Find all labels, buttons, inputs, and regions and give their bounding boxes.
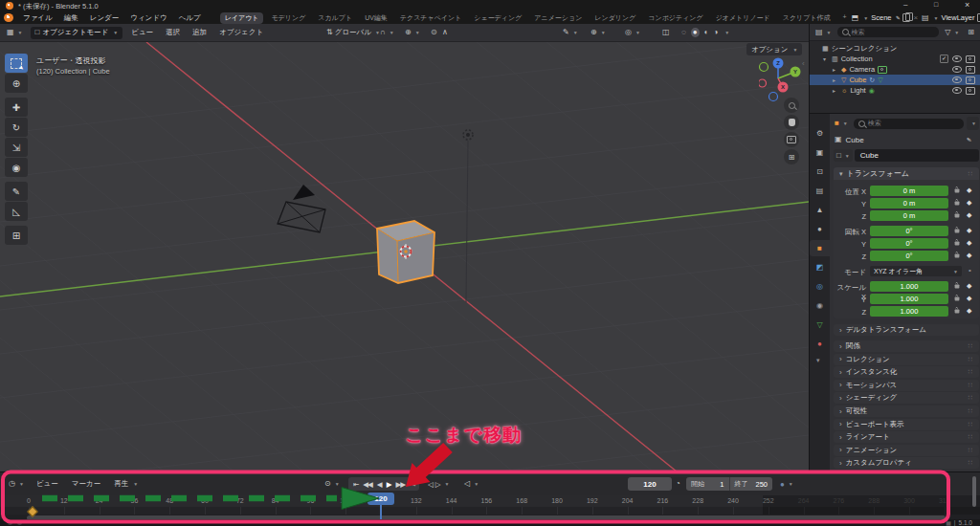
play-reverse-button[interactable]: ◀ [375, 480, 384, 489]
pan-nav-button[interactable] [784, 115, 799, 130]
panel-インスタンス化[interactable]: ›インスタンス化∷ [834, 366, 979, 378]
navigation-gizmo[interactable]: ZYX [759, 55, 807, 105]
transform-panel-header[interactable]: ▾トランスフォーム∷ [834, 167, 979, 180]
pin-icon[interactable]: ✒ [893, 13, 902, 23]
menubar-item-2[interactable]: レンダー [84, 13, 125, 23]
play-button[interactable]: ▶ [385, 480, 393, 489]
tool-cursor[interactable]: ⊕ [5, 74, 28, 93]
camera-view-button[interactable] [784, 132, 799, 147]
animate-dot-icon[interactable]: • [969, 266, 971, 274]
jump-to-start-button[interactable]: ⇤ [351, 480, 360, 489]
perspective-toggle-button[interactable]: ⊞ [784, 149, 799, 164]
lock-icon[interactable] [955, 297, 960, 301]
outliner-row-Cube[interactable]: ▸▽Cube↻▽ [810, 75, 980, 85]
timeline-v-scrollbar[interactable] [972, 476, 976, 507]
playhead-frame-label[interactable]: 120 [368, 493, 394, 505]
keyframe-diamond-icon[interactable]: ◆ [967, 295, 971, 302]
menubar-item-1[interactable]: 編集 [58, 13, 84, 23]
chevron-right-icon[interactable]: ▸ [833, 77, 838, 83]
3d-viewport[interactable] [0, 24, 809, 471]
workspace-tab-スクリプト作成[interactable]: スクリプト作成 [778, 12, 835, 24]
maximize-button[interactable]: □ [934, 1, 938, 8]
close-button[interactable]: × [965, 0, 969, 10]
outliner-row-Camera[interactable]: ▸◆Camera [810, 64, 980, 75]
pin-icon[interactable]: ✒ [964, 134, 974, 144]
transform-value-field[interactable]: 0° [870, 226, 948, 236]
menubar-item-0[interactable]: ファイル [17, 13, 58, 23]
jump-to-end-button[interactable]: ⇥ [408, 480, 416, 489]
hide-viewport-icon[interactable] [952, 66, 962, 73]
properties-tab-constraints[interactable]: ◉ [810, 297, 830, 314]
workspace-tab-テクスチャペイント[interactable]: テクスチャペイント [395, 12, 466, 24]
keyframe-diamond-icon[interactable]: ◆ [967, 239, 971, 247]
disable-render-icon[interactable] [966, 87, 975, 95]
keyframe-diamond-icon[interactable]: ◆ [967, 211, 971, 219]
snap-target-button[interactable]: ⊕▼ [402, 26, 423, 39]
workspace-tab-UV編集[interactable]: UV編集 [360, 12, 392, 24]
menubar-item-4[interactable]: ヘルプ [173, 13, 207, 23]
rotation-mode-dropdown[interactable]: XYZ オイラー角▼ [870, 266, 962, 276]
view-layer-selector[interactable]: ▤▼ViewLayer× [922, 13, 980, 22]
viewport-menu-3[interactable]: オブジェクト [215, 28, 267, 37]
properties-tab-physics[interactable]: ◎ [810, 278, 830, 295]
keyframe-diamond-icon[interactable]: ◆ [967, 227, 971, 234]
scene-selector[interactable]: ⬒▼Scene✒× [852, 13, 918, 22]
lock-icon[interactable] [955, 202, 960, 206]
viewport-menu-2[interactable]: 追加 [189, 28, 211, 37]
lock-icon[interactable] [955, 242, 960, 246]
hide-viewport-icon[interactable] [952, 55, 962, 62]
current-frame-field[interactable]: 120 [628, 477, 672, 491]
delta-transform-panel-header[interactable]: ›デルタトランスフォーム [834, 324, 979, 336]
properties-search-input[interactable]: 検索 [854, 119, 964, 129]
keyframe-diamond-icon[interactable]: ◆ [967, 307, 971, 315]
properties-tab-view-layer[interactable]: ▤ [810, 183, 830, 199]
workspace-tab-アニメーション[interactable]: アニメーション [529, 12, 587, 24]
panel-カスタムプロパティ[interactable]: ›カスタムプロパティ∷ [834, 457, 979, 469]
properties-tab-scene[interactable]: ▲ [810, 202, 830, 218]
lock-icon[interactable] [955, 230, 960, 233]
chevron-right-icon[interactable]: ▸ [833, 87, 838, 94]
object-type-button[interactable]: □▼ [834, 149, 853, 162]
tool-move[interactable]: ✚ [5, 98, 28, 117]
xray-toggle-icon[interactable]: ◫ [662, 29, 670, 36]
outliner-search-input[interactable]: 検索 [837, 27, 940, 37]
tool-scale[interactable]: ⇲ [5, 138, 28, 157]
transform-value-field[interactable]: 0° [870, 251, 948, 261]
hide-viewport-icon[interactable] [952, 77, 962, 83]
lock-icon[interactable] [955, 189, 960, 193]
transform-value-field[interactable]: 1.000 [870, 306, 948, 317]
timeline-menu-0[interactable]: ビュー [33, 479, 62, 489]
panel-関係[interactable]: ›関係∷ [834, 340, 979, 352]
disable-render-icon[interactable] [966, 66, 975, 74]
transform-value-field[interactable]: 0° [870, 238, 948, 249]
workspace-tab-レイアウト[interactable]: レイアウト [220, 12, 264, 24]
timeline-editor-type-button[interactable]: ◷▼ [6, 477, 27, 491]
sidebar-collapse-icon[interactable]: ‹ [802, 59, 805, 68]
panel-アニメーション[interactable]: ›アニメーション∷ [834, 445, 979, 456]
outliner-row-シーンコレクション[interactable]: ▦シーンコレクション [810, 43, 980, 54]
transform-value-field[interactable]: 1.000 [870, 294, 948, 304]
keyframe-diamond-icon[interactable]: ◆ [967, 186, 971, 194]
keying-set-button[interactable]: ●▼ [777, 477, 796, 491]
workspace-tab-スカルプト[interactable]: スカルプト [313, 12, 357, 24]
mode-dropdown[interactable]: □オブジェクトモード▼ [31, 27, 123, 39]
step-forward-icon[interactable]: ▷ [435, 480, 441, 489]
properties-tab-object-data[interactable]: ▽ [810, 317, 830, 333]
step-back-icon[interactable]: ◁ [428, 480, 434, 489]
tool-transform[interactable]: ◉ [5, 158, 28, 177]
properties-tab-tool[interactable]: ⚙ [810, 125, 830, 142]
snap-toggle-button[interactable]: ∩▼ [377, 26, 397, 39]
orientation-dropdown[interactable]: ⇅グローバル▼ [323, 26, 383, 39]
proportional-falloff-icon[interactable]: ∧ [442, 29, 448, 36]
transform-value-field[interactable]: 0 m [870, 186, 948, 196]
show-overlays-button[interactable]: ◎▼ [622, 26, 643, 39]
workspace-tab-コンポジティング[interactable]: コンポジティング [643, 12, 707, 24]
tool-select-box[interactable] [5, 54, 28, 73]
disable-render-icon[interactable] [966, 55, 975, 63]
keyframe-diamond-icon[interactable]: ◆ [967, 252, 971, 259]
show-gizmo-button[interactable]: ⊕▼ [588, 26, 609, 39]
properties-tab-world[interactable]: ● [810, 221, 830, 237]
tabs-overflow-chevron-icon[interactable]: ▾ [816, 357, 820, 364]
hide-viewport-icon[interactable] [952, 87, 962, 94]
workspace-tab-ジオメトリノード[interactable]: ジオメトリノード [711, 12, 775, 24]
